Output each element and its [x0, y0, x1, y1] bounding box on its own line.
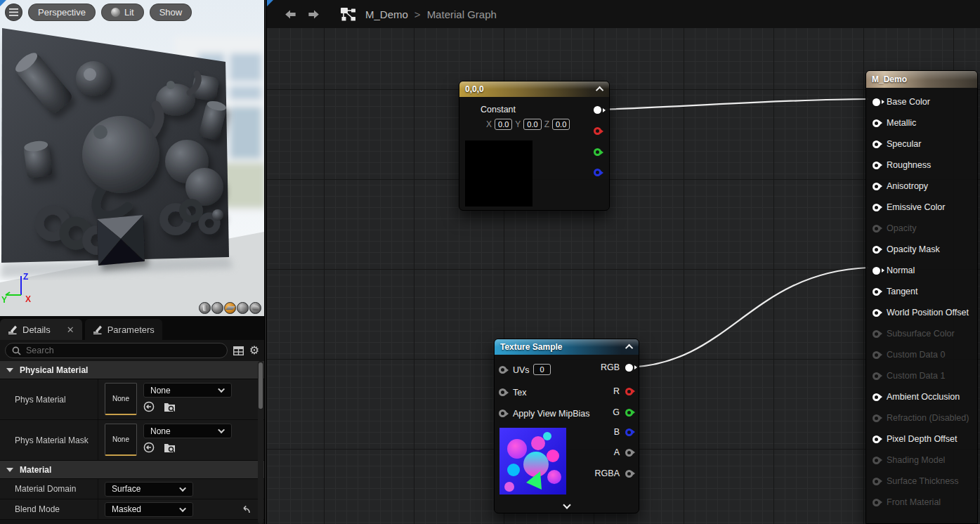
search-box: [5, 343, 228, 358]
pin-row-metallic: Metallic: [866, 112, 977, 133]
phys-material-thumbnail[interactable]: None: [105, 383, 137, 415]
mipbias-label: Apply View MipBias: [513, 409, 590, 419]
tab-details[interactable]: Details ✕: [0, 319, 82, 340]
preview-mesh-buttons: [199, 302, 261, 314]
phys-material-dropdown[interactable]: None: [143, 383, 232, 398]
tab-parameters[interactable]: Parameters: [85, 319, 162, 340]
constant-r-pin[interactable]: [594, 127, 601, 135]
tex-input-pin[interactable]: [499, 388, 507, 396]
pin-label: Custom Data 0: [887, 350, 945, 360]
surface-thickness-pin: [873, 478, 880, 485]
world-position-offset-pin[interactable]: [873, 309, 880, 317]
roughness-pin[interactable]: [873, 162, 880, 169]
mesh-cylinder-button[interactable]: [199, 302, 211, 314]
browse-to-asset-icon[interactable]: [164, 402, 176, 412]
constant-output-pin[interactable]: [594, 106, 601, 114]
viewport-menu-button[interactable]: [5, 4, 22, 21]
constant-node[interactable]: 0,0,0 Constant X 0.0 Y 0.0 Z 0.0: [459, 81, 610, 211]
texture-sample-node-header[interactable]: Texture Sample: [495, 339, 639, 355]
normal-pin[interactable]: [873, 267, 880, 275]
phys-material-mask-thumbnail[interactable]: None: [105, 424, 137, 456]
material-node-header[interactable]: M_Demo: [866, 71, 977, 88]
show-label: Show: [159, 7, 183, 18]
search-input[interactable]: [26, 346, 221, 355]
expand-chevron-icon[interactable]: [563, 501, 570, 509]
collapse-chevron-icon[interactable]: [625, 344, 633, 352]
blend-mode-dropdown[interactable]: Masked: [105, 502, 193, 517]
tab-details-label: Details: [22, 325, 51, 335]
opacity-mask-pin[interactable]: [873, 246, 880, 254]
constant-g-pin[interactable]: [594, 148, 601, 156]
texture-sample-node[interactable]: Texture Sample UVs 0 Tex Apply View MipB…: [494, 339, 639, 513]
uvs-value-field[interactable]: 0: [533, 364, 551, 375]
section-title: Physical Material: [20, 365, 88, 375]
tangent-pin[interactable]: [873, 288, 880, 296]
refraction-pin: [873, 414, 880, 422]
forward-button[interactable]: [306, 8, 322, 20]
texture-r-pin[interactable]: [625, 388, 633, 395]
details-tab-strip: Details ✕ Parameters: [0, 316, 264, 340]
y-letter: Y: [515, 119, 521, 129]
use-selected-asset-icon[interactable]: [143, 401, 155, 412]
tab-close-icon[interactable]: ✕: [67, 325, 74, 335]
constant-b-pin[interactable]: [594, 169, 601, 176]
metallic-pin[interactable]: [873, 119, 880, 127]
texture-rgb-pin[interactable]: [625, 364, 633, 372]
y-value-field[interactable]: 0.0: [523, 119, 541, 130]
reset-to-default-icon[interactable]: [240, 505, 251, 514]
preview-viewport[interactable]: Z Y X Perspective Lit Show: [0, 0, 264, 316]
mesh-cube-button[interactable]: [237, 302, 249, 314]
specular-pin[interactable]: [873, 140, 880, 148]
x-value-field[interactable]: 0.0: [495, 119, 512, 130]
texture-g-pin[interactable]: [625, 409, 633, 417]
pin-label: Normal: [887, 266, 915, 275]
texture-a-pin[interactable]: [625, 449, 633, 457]
material-domain-dropdown[interactable]: Surface: [105, 482, 193, 497]
back-button[interactable]: [282, 8, 298, 20]
details-scrollbar-thumb[interactable]: [259, 362, 263, 409]
section-material[interactable]: Material: [0, 461, 264, 479]
texture-rgba-pin[interactable]: [625, 470, 633, 478]
pin-label: Base Color: [887, 97, 930, 107]
uvs-input-pin[interactable]: [499, 366, 507, 374]
pin-row-anisotropy: Anisotropy: [866, 176, 977, 197]
z-value-field[interactable]: 0.0: [552, 119, 570, 130]
collapse-triangle-icon: [6, 468, 13, 472]
use-selected-asset-icon[interactable]: [143, 442, 155, 453]
breadcrumb-root[interactable]: M_Demo: [365, 8, 408, 20]
mipbias-input-pin[interactable]: [499, 410, 507, 417]
section-physical-material[interactable]: Physical Material: [0, 361, 264, 379]
emissive-color-pin[interactable]: [873, 204, 880, 211]
details-pencil-icon: [8, 325, 18, 334]
collapse-chevron-icon[interactable]: [596, 86, 603, 94]
pin-row-emissive-color: Emissive Color: [866, 197, 977, 218]
pin-label: Opacity Mask: [887, 244, 940, 254]
browse-to-asset-icon[interactable]: [164, 443, 176, 453]
chevron-down-icon: [218, 386, 225, 393]
front-material-pin: [873, 499, 880, 506]
display-filter-button[interactable]: [233, 346, 244, 355]
uvs-label: UVs: [513, 365, 530, 375]
base-color-pin[interactable]: [873, 98, 880, 106]
anisotropy-pin[interactable]: [873, 183, 880, 190]
mesh-sphere-button[interactable]: [211, 302, 223, 314]
breadcrumb: M_Demo > Material Graph: [365, 8, 497, 20]
phys-material-mask-dropdown[interactable]: None: [143, 424, 232, 438]
pin-label: Surface Thickness: [887, 476, 959, 486]
lit-label: Lit: [124, 7, 134, 18]
pin-label: Emissive Color: [887, 202, 945, 212]
viewport-focus-corner: [0, 0, 6, 6]
lit-mode-button[interactable]: Lit: [101, 4, 144, 21]
texture-b-pin[interactable]: [625, 428, 633, 436]
settings-gear-button[interactable]: ⚙: [249, 345, 259, 356]
pin-label: Subsurface Color: [887, 329, 955, 339]
pixel-depth-offset-pin[interactable]: [873, 435, 880, 443]
perspective-button[interactable]: Perspective: [28, 4, 96, 21]
constant-node-header[interactable]: 0,0,0: [459, 81, 609, 97]
mesh-plane-button[interactable]: [224, 302, 236, 314]
material-output-node[interactable]: M_Demo Base Color Metallic Specular Rou: [865, 70, 978, 524]
ambient-occlusion-pin[interactable]: [873, 393, 880, 401]
mesh-teapot-button[interactable]: [249, 302, 261, 314]
pin-label: Specular: [887, 139, 921, 149]
show-button[interactable]: Show: [150, 4, 192, 21]
